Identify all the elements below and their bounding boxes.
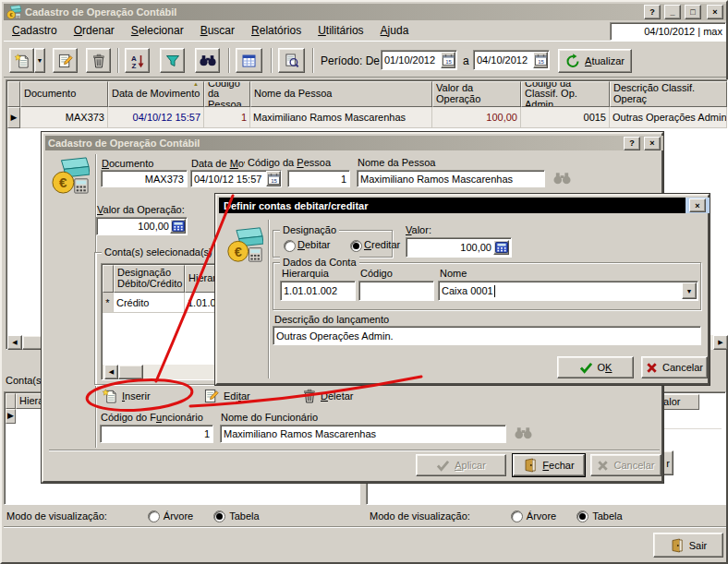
date-from-calendar-button[interactable] <box>441 52 455 68</box>
edit-dialog-titlebar[interactable]: Cadastro de Operação Contábil ? × <box>45 136 663 150</box>
designacao-groupbox: Designação Debitar Creditar <box>273 230 393 258</box>
col-codigo-classif[interactable]: Código da Classif. Op. Admin. <box>521 81 610 107</box>
new-record-button[interactable] <box>9 48 34 73</box>
edit-doc-icon <box>204 389 219 403</box>
dialog-divider <box>268 220 270 378</box>
hierarquia-field[interactable]: 1.01.01.002 <box>280 281 356 301</box>
define-dialog-titlebar[interactable]: Definir contas debitar/creditar × <box>219 198 710 213</box>
radio-arvore[interactable] <box>148 510 160 522</box>
edit-doc-icon <box>58 54 73 68</box>
dialog-close-button[interactable]: × <box>689 198 706 212</box>
radio-tabela[interactable] <box>213 510 225 522</box>
col-documento[interactable]: Documento <box>20 81 108 107</box>
toolbar: ▼ Período: De 01/10/2012 a 04/10/2012 At… <box>4 42 726 78</box>
col-designacao[interactable]: Designação Débito/Crédito <box>114 265 185 293</box>
codigo-pessoa-field[interactable]: 1 <box>287 170 350 187</box>
ok-label: OK <box>598 362 613 373</box>
radio-tabela-label[interactable]: Tabela <box>592 510 622 522</box>
row-nome-pessoa[interactable]: Maximiliano Ramos Mascarenhas <box>250 107 432 128</box>
radio-tabela-label[interactable]: Tabela <box>229 510 259 522</box>
row-documento[interactable]: MAX373 <box>20 107 108 128</box>
menu-ajuda[interactable]: Ajuda <box>372 21 418 41</box>
delete-record-button[interactable] <box>86 48 111 73</box>
edit-dialog-title: Cadastro de Operação Contábil <box>48 138 200 149</box>
search-funcionario-binoculars-icon[interactable] <box>515 426 532 439</box>
row-valor[interactable]: 100,00 <box>432 107 521 128</box>
radio-arvore-label[interactable]: Árvore <box>164 510 193 522</box>
menu-ordenar[interactable]: Ordenar <box>66 21 123 41</box>
aplicar-button[interactable]: Aplicar <box>416 454 506 476</box>
radio-debitar[interactable] <box>284 240 296 252</box>
sair-button[interactable]: Sair <box>653 533 723 558</box>
col-nome-pessoa[interactable]: Nome da Pessoa <box>250 81 432 107</box>
search-person-binoculars-icon[interactable] <box>553 172 571 185</box>
documento-label: Documento <box>102 158 153 169</box>
atualizar-button[interactable]: Atualizar <box>558 49 632 73</box>
minimize-button[interactable]: _ <box>664 5 681 19</box>
table-view-button[interactable] <box>236 48 262 73</box>
main-titlebar[interactable]: Cadastro de Operação Contábil ? _ □ × <box>4 4 726 20</box>
inserir-label: Inserir <box>122 390 151 402</box>
valor-calculator-button[interactable] <box>493 240 509 255</box>
report-preview-button[interactable] <box>278 48 305 73</box>
radio-arvore[interactable] <box>511 510 523 522</box>
col-data-movimento[interactable]: Data de Movimento <box>108 81 204 107</box>
scroll-right-button[interactable]: ▶ <box>713 335 728 350</box>
scroll-left-button[interactable]: ◀ <box>104 365 118 379</box>
col-codigo-pessoa[interactable]: Código da Pessoa <box>204 81 250 107</box>
editar-button[interactable]: Editar <box>204 389 250 403</box>
scroll-left-button[interactable]: ◀ <box>7 335 22 350</box>
codigo-field[interactable] <box>358 281 434 301</box>
nome-combo-dropdown-button[interactable]: ▼ <box>682 282 697 299</box>
menu-selecionar[interactable]: Selecionar <box>123 21 192 41</box>
menu-relatorios[interactable]: Relatórios <box>243 21 309 41</box>
radio-tabela[interactable] <box>576 510 588 522</box>
app-money-icon <box>6 5 21 19</box>
menu-cadastro[interactable]: Cadastro <box>4 21 66 41</box>
date-to-calendar-button[interactable] <box>533 52 548 68</box>
cancelar-button[interactable]: Cancelar <box>590 454 661 476</box>
dialog-close-button[interactable]: × <box>644 137 661 150</box>
editar-label: Editar <box>224 390 250 402</box>
search-button[interactable] <box>195 48 220 73</box>
scroll-thumb[interactable] <box>118 365 143 379</box>
data-movimento-calendar-button[interactable] <box>266 171 281 186</box>
maximize-button[interactable]: □ <box>685 5 701 19</box>
menu-utilitarios[interactable]: Utilitários <box>309 21 371 41</box>
radio-debitar-label[interactable]: Debitar <box>297 239 331 250</box>
close-button-area: × <box>686 198 710 213</box>
codigo-funcionario-field[interactable]: 1 <box>100 425 213 443</box>
nome-combo[interactable]: Caixa 0001 <box>438 281 698 301</box>
radio-creditar-label[interactable]: Creditar <box>364 239 400 250</box>
valor-operacao-label: Valor da Operação: <box>97 204 185 215</box>
designacao-group-title: Designação <box>280 224 339 235</box>
col-descricao-classif[interactable]: Descrição Classif. Operaç <box>610 81 727 107</box>
edit-record-button[interactable] <box>53 48 78 73</box>
nome-funcionario-field[interactable]: Maximiliano Ramos Mascarenhas <box>220 425 506 443</box>
row-codigo-pessoa[interactable]: 1 <box>204 107 250 128</box>
new-record-dropdown[interactable]: ▼ <box>34 48 45 73</box>
row-data-movimento[interactable]: 04/10/12 15:57 <box>108 107 204 128</box>
dialog-help-button[interactable]: ? <box>624 137 640 150</box>
menu-buscar[interactable]: Buscar <box>192 21 243 41</box>
row-descricao-classif[interactable]: Outras Operações Admin. <box>610 107 727 128</box>
fechar-button[interactable]: Fechar <box>513 454 585 476</box>
col-valor-operacao[interactable]: Valor da Operação <box>432 81 521 107</box>
valor-calculator-button[interactable] <box>170 219 186 234</box>
help-caption-button[interactable]: ? <box>644 5 661 19</box>
nome-pessoa-field[interactable]: Maximiliano Ramos Mascarenhas <box>357 170 545 187</box>
sort-button[interactable] <box>125 48 150 73</box>
toolbar-separator <box>271 48 273 73</box>
descricao-field[interactable]: Outras Operações Admin. <box>273 326 701 345</box>
deletar-button[interactable]: Deletar <box>303 389 354 403</box>
documento-field[interactable]: MAX373 <box>101 170 188 187</box>
radio-arvore-label[interactable]: Árvore <box>527 510 556 522</box>
cancelar-button[interactable]: Cancelar <box>641 356 708 378</box>
inserir-button[interactable]: Inserir <box>103 389 151 403</box>
radio-creditar[interactable] <box>350 240 362 252</box>
ok-button[interactable]: OK <box>557 356 634 378</box>
row-designacao[interactable]: Crédito <box>114 293 185 313</box>
row-codigo-classif[interactable]: 0015 <box>521 107 610 128</box>
filter-button[interactable] <box>160 48 185 73</box>
close-button[interactable]: × <box>707 5 723 19</box>
